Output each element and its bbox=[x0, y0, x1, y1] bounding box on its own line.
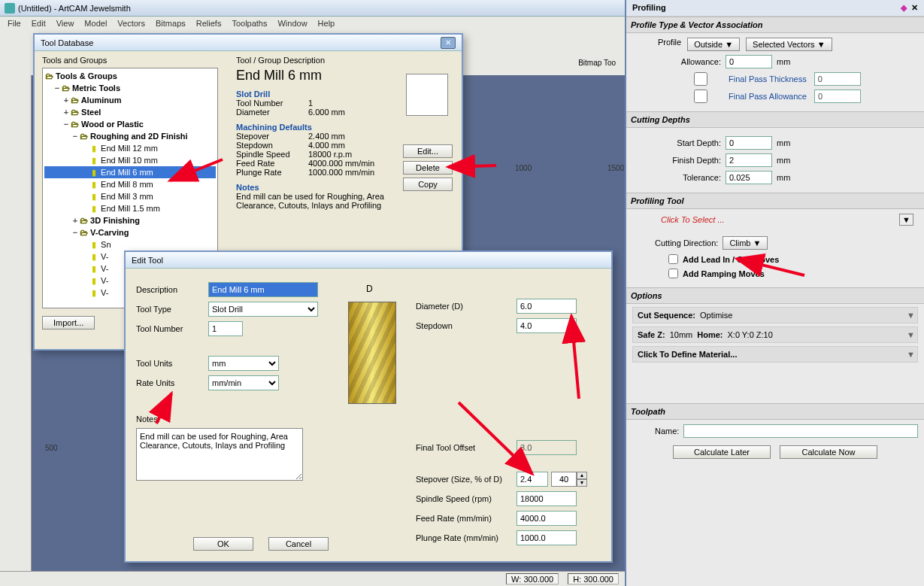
profile-dropdown[interactable]: Outside ▼ bbox=[687, 38, 740, 51]
app-icon bbox=[5, 3, 15, 14]
menu-vectors[interactable]: Vectors bbox=[117, 19, 145, 28]
ruler-v-500: 500 bbox=[45, 444, 58, 452]
groups-label: Tools and Groups bbox=[35, 51, 229, 66]
help-icon[interactable]: ◆ bbox=[901, 3, 907, 13]
fpt-label[interactable]: Final Pass Thickness bbox=[729, 74, 807, 83]
menu-help[interactable]: Help bbox=[318, 19, 335, 28]
stepover-size-input[interactable] bbox=[517, 472, 548, 487]
section-cutting-depths: Cutting Depths bbox=[626, 111, 924, 128]
status-width: W: 300.000 bbox=[506, 573, 559, 584]
cancel-button[interactable]: Cancel bbox=[268, 537, 329, 551]
cutting-direction-dropdown[interactable]: Climb ▼ bbox=[723, 236, 768, 250]
cut-sequence-strip[interactable]: Cut Sequence: Optimise ▼ bbox=[632, 307, 918, 323]
feed-rate-input[interactable] bbox=[517, 511, 577, 526]
menu-view[interactable]: View bbox=[56, 19, 74, 28]
close-icon[interactable]: ✕ bbox=[911, 3, 918, 13]
final-tool-offset-input bbox=[517, 440, 577, 455]
chevron-down-icon: ▼ bbox=[907, 350, 915, 359]
menu-toolpaths[interactable]: Toolpaths bbox=[232, 19, 267, 28]
menu-bitmaps[interactable]: Bitmaps bbox=[156, 19, 186, 28]
status-bar: W: 300.000 H: 300.000 bbox=[0, 571, 625, 586]
ramp-check[interactable] bbox=[668, 269, 678, 278]
rate-units-select[interactable]: mm/min bbox=[208, 375, 279, 390]
section-options: Options bbox=[626, 287, 924, 304]
desc-header: Tool / Group Description bbox=[236, 56, 454, 65]
tool-image bbox=[348, 302, 396, 404]
ok-button[interactable]: OK bbox=[193, 537, 253, 551]
edit-button[interactable]: Edit... bbox=[403, 144, 453, 158]
bitmap-tool-label: Bitmap Too bbox=[578, 59, 616, 67]
tool-preview bbox=[406, 74, 448, 116]
tolerance-input[interactable] bbox=[726, 171, 772, 184]
profile-label: Profile bbox=[658, 38, 681, 51]
fpa-label[interactable]: Final Pass Allowance bbox=[729, 92, 807, 101]
click-to-select-tool[interactable]: Click To Select ... bbox=[661, 215, 899, 224]
dialog-title: Tool Database bbox=[41, 38, 93, 47]
safez-strip[interactable]: Safe Z:10mm Home:X:0 Y:0 Z:10 ▼ bbox=[632, 326, 918, 343]
edit-tool-dialog: Edit Tool Description Tool TypeSlot Dril… bbox=[124, 250, 613, 563]
tool-type-select[interactable]: Slot Drill bbox=[208, 302, 318, 317]
final-pass-allowance-check[interactable] bbox=[677, 90, 724, 103]
section-profile-type: Profile Type & Vector Association bbox=[626, 17, 924, 33]
stepdown-input[interactable] bbox=[517, 318, 577, 333]
ruler-h-1500: 1500 bbox=[607, 164, 624, 172]
plunge-rate-input[interactable] bbox=[517, 530, 577, 545]
notes-text: End mill can be used for Roughing, Area … bbox=[236, 192, 386, 210]
menu-model[interactable]: Model bbox=[84, 19, 107, 28]
profiling-title: Profiling ◆ ✕ bbox=[626, 0, 924, 17]
section-profiling-tool: Profiling Tool bbox=[626, 193, 924, 209]
menu-edit[interactable]: Edit bbox=[32, 19, 46, 28]
allowance-label: Allowance: bbox=[661, 57, 721, 66]
menu-window[interactable]: Window bbox=[277, 19, 307, 28]
close-icon[interactable]: ✕ bbox=[441, 37, 456, 49]
dialog-title: Edit Tool bbox=[132, 256, 163, 265]
fpt-input bbox=[814, 72, 861, 86]
calculate-now-button[interactable]: Calculate Now bbox=[780, 445, 877, 459]
chevron-down-icon: ▼ bbox=[907, 311, 915, 320]
allowance-input[interactable] bbox=[726, 55, 772, 68]
delete-button[interactable]: Delete bbox=[403, 161, 453, 175]
spindle-speed-input[interactable] bbox=[517, 491, 577, 506]
chevron-down-icon: ▼ bbox=[907, 330, 915, 339]
material-strip[interactable]: Click To Define Material... ▼ bbox=[632, 346, 918, 363]
copy-button[interactable]: Copy bbox=[403, 178, 453, 191]
tree-endmill-6: ▮ End Mill 6 mm bbox=[44, 166, 216, 178]
notes-textarea[interactable]: End mill can be used for Roughing, Area … bbox=[136, 428, 303, 481]
name-label: Name: bbox=[655, 427, 679, 436]
tool-units-select[interactable]: mm bbox=[208, 356, 279, 371]
menu-file[interactable]: File bbox=[8, 19, 21, 28]
tool-number-input[interactable] bbox=[208, 321, 243, 336]
finish-depth-input[interactable] bbox=[726, 153, 772, 167]
app-title: (Untitled) - ArtCAM Jewelsmith bbox=[18, 4, 131, 13]
diameter-input[interactable] bbox=[517, 299, 577, 314]
menu-reliefs[interactable]: Reliefs bbox=[196, 19, 222, 28]
final-pass-thickness-check[interactable] bbox=[677, 72, 724, 86]
fpa-input bbox=[814, 90, 861, 103]
toolpath-name-input[interactable] bbox=[683, 424, 918, 438]
lead-check[interactable] bbox=[668, 254, 678, 264]
stepover-pct-spinner[interactable]: ▲▼ bbox=[551, 472, 587, 487]
vectors-dropdown[interactable]: Selected Vectors ▼ bbox=[746, 38, 832, 51]
section-toolpath: Toolpath bbox=[626, 403, 924, 420]
profiling-panel: Profiling ◆ ✕ Profile Type & Vector Asso… bbox=[625, 0, 924, 586]
ruler-h-1000: 1000 bbox=[515, 164, 532, 172]
d-label: D bbox=[366, 284, 373, 294]
start-depth-input[interactable] bbox=[726, 136, 772, 150]
left-toolbox bbox=[0, 75, 32, 571]
tool-dropdown-icon[interactable]: ▼ bbox=[899, 214, 913, 226]
status-height: H: 300.000 bbox=[568, 573, 619, 584]
cutting-direction-label: Cutting Direction: bbox=[655, 238, 718, 247]
calculate-later-button[interactable]: Calculate Later bbox=[673, 445, 771, 459]
description-input[interactable] bbox=[208, 282, 318, 297]
import-button[interactable]: Import... bbox=[42, 316, 95, 329]
